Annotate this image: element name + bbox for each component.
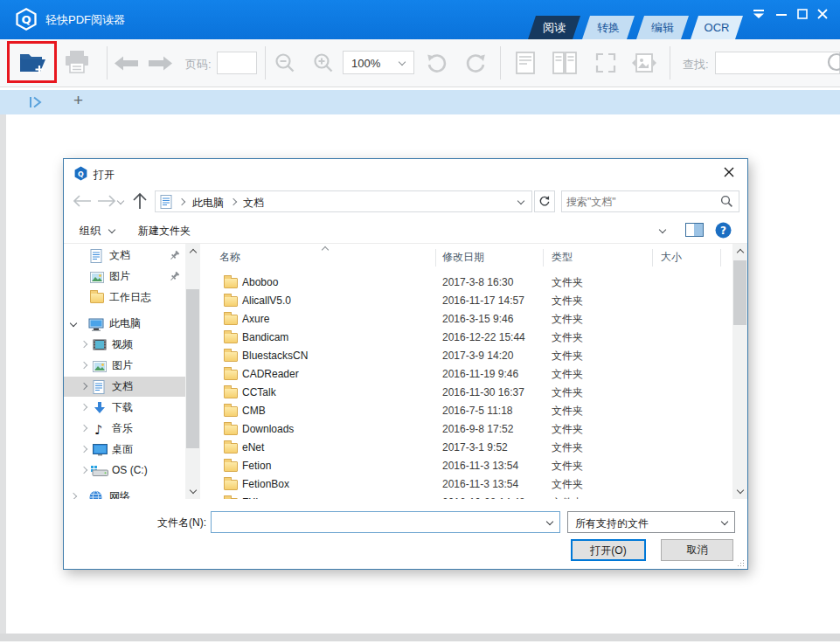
chevron-right-icon[interactable] [80, 341, 87, 348]
scroll-up-arrow[interactable] [732, 244, 747, 259]
page-number-input[interactable] [217, 52, 257, 74]
sidebar-item-os-c-drive[interactable]: OS (C:) [64, 460, 185, 481]
close-icon[interactable] [816, 7, 833, 24]
maximize-icon[interactable] [795, 7, 813, 24]
dialog-close-icon[interactable] [723, 166, 739, 182]
new-tab-button[interactable]: + [73, 91, 83, 110]
find-label: 查找: [683, 57, 709, 73]
sidebar-item-downloads[interactable]: 下载 [64, 398, 185, 418]
scrollbar-thumb[interactable] [186, 289, 199, 448]
view-mode-chevron-icon[interactable] [659, 226, 666, 233]
find-search-icon[interactable] [825, 51, 840, 75]
sidebar-item-desktop[interactable]: 桌面 [64, 440, 185, 460]
breadcrumb-this-pc[interactable]: 此电脑 [192, 196, 224, 211]
next-page-button[interactable] [148, 56, 172, 71]
sidebar-item-documents-selected[interactable]: 文档 [64, 377, 185, 397]
file-row[interactable]: BluestacksCN 2017-3-9 14:20 文件夹 [204, 347, 728, 365]
folder-icon [224, 296, 238, 307]
nav-back-button[interactable] [73, 195, 92, 207]
organize-button[interactable]: 组织 [80, 224, 101, 239]
chevron-right-icon[interactable] [80, 467, 87, 474]
tab-convert[interactable]: 转换 [582, 16, 635, 39]
nav-forward-button[interactable] [97, 195, 116, 207]
scroll-down-arrow[interactable] [185, 484, 200, 499]
file-type-filter-select[interactable]: 所有支持的文件 [567, 511, 735, 533]
address-bar[interactable]: 此电脑 文档 [155, 190, 532, 212]
chevron-right-icon[interactable] [80, 362, 87, 369]
sidebar-item-work-log[interactable]: 工作日志 [64, 287, 185, 308]
tab-edit[interactable]: 编辑 [636, 16, 689, 39]
sidebar-item-this-pc[interactable]: 此电脑 [64, 314, 185, 334]
scrollbar-thumb[interactable] [733, 260, 746, 325]
minimize-icon[interactable] [774, 7, 792, 24]
search-icon[interactable] [720, 195, 733, 208]
view-mode-button[interactable] [630, 223, 648, 238]
cancel-button[interactable]: 取消 [661, 539, 733, 561]
resize-grip[interactable] [737, 559, 744, 566]
chevron-right-icon[interactable] [80, 404, 87, 411]
nav-up-button[interactable] [132, 192, 148, 210]
file-row[interactable]: Axure 2016-3-15 9:46 文件夹 [204, 310, 728, 329]
chevron-down-icon[interactable] [70, 320, 77, 327]
scroll-up-arrow[interactable] [185, 244, 200, 259]
file-row[interactable]: AlicallV5.0 2016-11-17 14:57 文件夹 [204, 292, 728, 310]
fullscreen-button[interactable] [594, 52, 617, 74]
column-header-type[interactable]: 类型 [552, 246, 573, 267]
dialog-toolbar: 组织 新建文件夹 [64, 217, 747, 244]
file-row[interactable]: Fetion 2016-11-3 13:54 文件夹 [204, 457, 728, 475]
column-header-name[interactable]: 名称 [219, 246, 240, 267]
file-list-scrollbar[interactable] [732, 244, 747, 499]
file-row[interactable]: Aboboo 2017-3-8 16:30 文件夹 [204, 274, 728, 292]
tab-read[interactable]: 阅读 [528, 16, 580, 39]
open-button[interactable]: 打开(O) [571, 539, 646, 561]
chevron-right-icon[interactable] [80, 446, 87, 453]
rotate-right-button[interactable] [465, 52, 488, 75]
prev-page-button[interactable] [115, 56, 139, 71]
scroll-down-arrow[interactable] [732, 484, 747, 499]
file-row[interactable]: CCTalk 2016-11-30 16:37 文件夹 [204, 384, 728, 402]
sidebar-item-network[interactable]: 网络 [64, 487, 185, 499]
rotate-left-button[interactable] [425, 52, 448, 75]
app-title: 轻快PDF阅读器 [45, 12, 125, 28]
tab-ocr[interactable]: OCR [691, 16, 743, 39]
filename-input[interactable] [213, 513, 541, 531]
column-header-size[interactable]: 大小 [661, 246, 682, 267]
address-dropdown-chevron-icon[interactable] [517, 197, 524, 204]
sidebar-expand-icon[interactable] [28, 95, 44, 109]
breadcrumb-documents[interactable]: 文档 [243, 196, 264, 211]
skin-menu-icon[interactable] [752, 7, 769, 24]
file-row[interactable]: Downloads 2016-9-8 17:52 文件夹 [204, 420, 728, 439]
zoom-out-button[interactable] [274, 52, 296, 74]
file-row[interactable]: CADReader 2016-11-19 9:46 文件夹 [204, 365, 728, 384]
sidebar-item-pictures-quick[interactable]: 图片 [64, 267, 185, 287]
help-button[interactable]: ? [715, 222, 732, 239]
nav-history-chevron-icon[interactable] [117, 197, 124, 204]
pictures-icon [90, 272, 104, 283]
single-page-view-button[interactable] [516, 52, 535, 74]
filename-combobox[interactable] [211, 511, 560, 533]
snapshot-button[interactable] [631, 53, 657, 73]
sidebar-scrollbar[interactable] [185, 244, 200, 499]
file-row[interactable]: FetionBox 2016-11-3 13:54 文件夹 [204, 475, 728, 494]
chevron-right-icon[interactable] [80, 383, 87, 390]
preview-pane-button[interactable] [685, 223, 704, 237]
file-row[interactable]: Bandicam 2016-12-22 15:44 文件夹 [204, 329, 728, 347]
folder-location-icon [160, 195, 172, 209]
chevron-right-icon[interactable] [80, 425, 87, 432]
find-input[interactable] [715, 52, 840, 74]
column-header-date[interactable]: 修改日期 [442, 246, 484, 267]
print-button[interactable] [63, 49, 94, 79]
sidebar-item-music[interactable]: ♪ 音乐 [64, 419, 185, 439]
sidebar-item-videos[interactable]: 视频 [64, 335, 185, 355]
zoom-in-button[interactable] [313, 52, 335, 74]
file-row[interactable]: CMB 2016-7-5 11:18 文件夹 [204, 402, 728, 420]
sidebar-item-pictures[interactable]: 图片 [64, 356, 185, 376]
zoom-level-select[interactable]: 100% [343, 51, 414, 74]
search-input[interactable] [566, 193, 713, 210]
double-page-view-button[interactable] [552, 52, 577, 74]
new-folder-button[interactable]: 新建文件夹 [138, 224, 191, 239]
file-row[interactable]: eNet 2017-3-1 9:52 文件夹 [204, 439, 728, 457]
sidebar-item-documents-quick[interactable]: 文档 [64, 246, 185, 266]
chevron-right-icon[interactable] [70, 493, 77, 499]
refresh-button[interactable] [534, 190, 555, 212]
